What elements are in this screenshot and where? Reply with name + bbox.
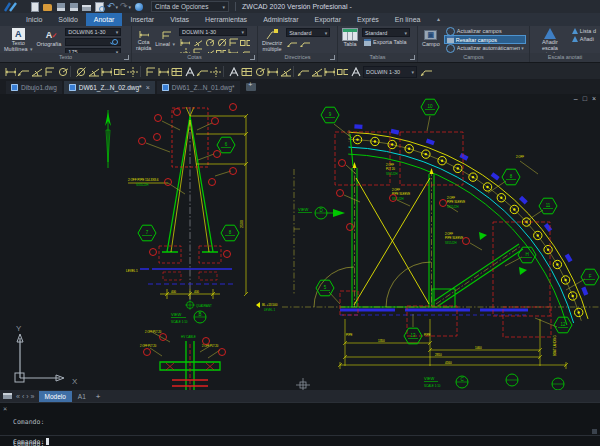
tab-vistas[interactable]: Vistas xyxy=(162,13,197,26)
spell-button[interactable]: A Ortografía xyxy=(35,27,64,52)
dim-aligned-icon[interactable] xyxy=(17,67,29,77)
scale-add-button[interactable]: Añadi xyxy=(570,35,598,43)
open-file-icon[interactable] xyxy=(42,1,53,12)
doc-tab-dw61-02[interactable]: DW61_Z...N_02.dwg* × xyxy=(64,81,155,94)
dialog-launcher-icon[interactable] xyxy=(124,55,129,60)
update-fields-button[interactable]: Actualizar campos xyxy=(444,27,526,35)
redo-icon[interactable]: ↷▾ xyxy=(120,1,131,12)
dim-tolerance-icon[interactable] xyxy=(113,67,125,77)
dim-baseline-icon[interactable] xyxy=(144,67,156,77)
panel-label-directrices[interactable]: Directrices xyxy=(258,53,337,62)
dim-arc-length-icon[interactable] xyxy=(30,67,42,77)
resize-grip[interactable] xyxy=(592,429,597,434)
dim-style-select[interactable]: DOLWIN 1-30 ▾ xyxy=(179,28,247,36)
save-as-icon[interactable] xyxy=(68,1,79,12)
mleader-collect-icon[interactable] xyxy=(323,67,335,77)
tab-en-linea[interactable]: En línea xyxy=(387,13,429,26)
undo-icon[interactable]: ↶▾ xyxy=(107,1,118,12)
workspace-select[interactable]: Cinta de Opciones ▾ xyxy=(151,1,229,12)
dim-diameter-icon[interactable] xyxy=(215,38,226,46)
linear-dim-button[interactable]: Lineal ▾ xyxy=(153,27,177,52)
dim-angular-icon[interactable] xyxy=(87,67,99,77)
dim-break-icon[interactable] xyxy=(266,67,278,77)
dim-text-edit-icon[interactable] xyxy=(183,67,195,77)
field-button[interactable]: ▣ Campo xyxy=(420,27,442,52)
center-mark-icon[interactable] xyxy=(126,67,138,77)
dim-update-icon[interactable] xyxy=(240,67,252,77)
table-style-select[interactable]: Standard ▾ xyxy=(362,28,410,37)
cad-drawing[interactable]: 400 400 2500 2 OFF PIPE 114.3X8.6 S355J2… xyxy=(0,94,600,390)
dim-angular-icon[interactable] xyxy=(191,38,202,46)
last-layout-icon[interactable]: » xyxy=(31,393,35,400)
dim-diameter-icon[interactable] xyxy=(74,67,86,77)
panel-label-texto[interactable]: Texto xyxy=(0,53,131,62)
first-layout-icon[interactable]: « xyxy=(16,393,20,400)
mleader-style-select[interactable]: Standard ▾ xyxy=(286,28,330,37)
new-file-icon[interactable] xyxy=(29,1,40,12)
mleader-button[interactable]: Directriz múltiple xyxy=(260,27,284,52)
layout-tab-model[interactable]: Modelo xyxy=(39,391,72,402)
dim-linear-icon[interactable] xyxy=(4,67,16,77)
command-input[interactable]: Comando: xyxy=(0,435,600,446)
dialog-launcher-icon[interactable] xyxy=(330,55,335,60)
tab-expres[interactable]: Exprés xyxy=(349,13,387,26)
close-command-icon[interactable]: × xyxy=(3,405,7,413)
dialog-launcher-icon[interactable] xyxy=(410,55,415,60)
tab-inicio[interactable]: Inicio xyxy=(18,13,50,26)
command-window[interactable]: × Comando: Comando: Comando: Comando: <c… xyxy=(0,402,600,446)
scale-list-button[interactable]: Lista d xyxy=(570,27,598,35)
text-style-select[interactable]: DOLWIN6 1-30 ▾ xyxy=(65,28,121,36)
dim-continue-icon[interactable] xyxy=(239,38,250,46)
dim-aligned-icon[interactable] xyxy=(179,38,190,46)
tolerance-icon[interactable] xyxy=(336,67,348,77)
save-icon[interactable] xyxy=(55,1,66,12)
dim-override-icon[interactable] xyxy=(253,67,265,77)
next-layout-icon[interactable]: › xyxy=(26,393,28,400)
close-icon[interactable]: × xyxy=(592,95,596,103)
auto-update-button[interactable]: Actualizar automáticamente ▾ xyxy=(444,44,526,52)
dim-oblique-icon[interactable] xyxy=(209,67,221,77)
mleader-add-icon[interactable] xyxy=(286,39,297,47)
panel-label-campos[interactable]: Campos xyxy=(418,53,529,62)
dim-baseline-icon[interactable] xyxy=(227,38,238,46)
quick-dim-icon[interactable] xyxy=(100,67,112,77)
dim-continue-icon[interactable] xyxy=(157,67,169,77)
tab-exportar[interactable]: Exportar xyxy=(307,13,349,26)
restore-icon[interactable]: □ xyxy=(583,95,587,103)
plot-layout-icon[interactable] xyxy=(3,393,12,399)
online-icon[interactable] xyxy=(133,1,144,12)
dim-leader-icon[interactable] xyxy=(196,67,208,77)
close-tab-icon[interactable]: × xyxy=(146,84,150,91)
add-layout-icon[interactable]: + xyxy=(96,392,101,401)
minimize-icon[interactable]: – xyxy=(574,95,578,103)
table-button[interactable]: Tabla xyxy=(340,27,360,52)
ribbon-collapse-icon[interactable]: ▴ xyxy=(432,13,444,26)
drawing-canvas[interactable]: – □ × 400 400 2500 2 OFF xyxy=(0,94,600,390)
dim-radius-icon[interactable] xyxy=(203,38,214,46)
preview-icon[interactable] xyxy=(94,1,105,12)
layout-tab-a1[interactable]: A1 xyxy=(72,391,92,402)
mleader-align-icon[interactable] xyxy=(310,67,322,77)
dim-edit-icon[interactable] xyxy=(227,67,239,77)
find-text-input[interactable] xyxy=(65,38,121,46)
tab-insertar[interactable]: Insertar xyxy=(122,13,162,26)
new-document-button[interactable] xyxy=(246,83,256,91)
dim-style-toolbar-select[interactable]: DOLWIN 1-30 ▾ xyxy=(363,66,417,78)
tab-solido[interactable]: Sólido xyxy=(50,13,85,26)
prev-layout-icon[interactable]: ‹ xyxy=(22,393,24,400)
tab-administrar[interactable]: Administrar xyxy=(255,13,306,26)
panel-label-tablas[interactable]: Tablas xyxy=(338,53,417,62)
dialog-launcher-icon[interactable] xyxy=(250,55,255,60)
add-scale-button[interactable]: Añadir escala actual ▾ xyxy=(532,27,568,52)
highlight-fields-button[interactable]: Resaltar campos xyxy=(444,35,526,44)
export-table-button[interactable]: Exporta Tabla xyxy=(362,38,410,46)
mtext-button[interactable]: A Texto Multilínea ▾ xyxy=(2,27,35,52)
panel-label-escala[interactable]: Escala anotati xyxy=(530,53,600,62)
plot-icon[interactable] xyxy=(81,1,92,12)
text-style-icon[interactable] xyxy=(349,67,361,77)
panel-label-cotas[interactable]: Cotas xyxy=(132,53,257,62)
dim-ordinate-icon[interactable] xyxy=(43,67,55,77)
tab-herramientas[interactable]: Herramientas xyxy=(197,13,255,26)
dim-radius-icon[interactable] xyxy=(56,67,68,77)
mleader-remove-icon[interactable] xyxy=(299,39,310,47)
